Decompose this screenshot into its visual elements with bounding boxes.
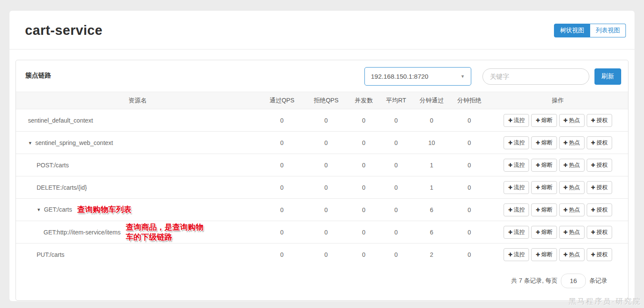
- metric-value: 6: [412, 221, 451, 243]
- add-authority-rule-button[interactable]: ✚授权: [587, 181, 612, 194]
- plus-icon: ✚: [563, 117, 568, 123]
- resource-name: sentinel_default_context: [28, 117, 93, 124]
- col-header-pass-qps: 通过QPS: [259, 92, 305, 109]
- metric-value: 0: [348, 109, 380, 132]
- plus-icon: ✚: [508, 229, 512, 235]
- plus-icon: ✚: [508, 117, 512, 123]
- col-header-minute-block: 分钟拒绝: [451, 92, 488, 109]
- metric-value: 0: [451, 221, 488, 243]
- list-view-button[interactable]: 列表视图: [590, 24, 626, 37]
- add-degrade-rule-button[interactable]: ✚熔断: [531, 136, 557, 149]
- machine-select-dropdown[interactable]: 192.168.150.1:8720 ▼: [364, 67, 471, 86]
- table-row: POST:/carts 0 0 0 0 1 0 ✚流控✚熔断✚热点✚授权: [16, 154, 628, 176]
- table-head: 资源名 通过QPS 拒绝QPS 并发数 平均RT 分钟通过 分钟拒绝 操作: [16, 92, 628, 109]
- table-row: GET:http://item-service/items查询商品，是查询购物车…: [16, 221, 628, 243]
- metric-value: 0: [259, 243, 305, 266]
- action-button-label: 热点: [569, 117, 580, 123]
- action-button-label: 熔断: [541, 206, 553, 213]
- plus-icon: ✚: [591, 162, 595, 168]
- metric-value: 0: [380, 199, 412, 221]
- add-degrade-rule-button[interactable]: ✚熔断: [531, 203, 557, 216]
- card-header: cart-service 树状视图 列表视图: [9, 11, 635, 38]
- refresh-button[interactable]: 刷新: [594, 68, 621, 85]
- action-buttons: ✚流控✚熔断✚热点✚授权: [488, 132, 628, 154]
- table-header-row: 资源名 通过QPS 拒绝QPS 并发数 平均RT 分钟通过 分钟拒绝 操作: [16, 92, 628, 109]
- action-button-label: 流控: [513, 251, 525, 258]
- add-flow-rule-button[interactable]: ✚流控: [504, 203, 529, 216]
- machine-select-value: 192.168.150.1:8720: [371, 73, 428, 80]
- resource-name-cell: ▼GET:/carts查询购物车列表: [16, 199, 259, 221]
- metric-value: 0: [380, 109, 412, 132]
- plus-icon: ✚: [563, 229, 568, 235]
- metric-value: 0: [259, 109, 305, 132]
- action-button-label: 热点: [569, 162, 580, 168]
- add-param-rule-button[interactable]: ✚热点: [559, 226, 585, 239]
- add-param-rule-button[interactable]: ✚热点: [559, 136, 585, 149]
- metric-value: 0: [348, 243, 380, 266]
- keyword-search-input[interactable]: [482, 68, 589, 85]
- tree-view-button[interactable]: 树状视图: [554, 24, 590, 37]
- watermark: 黑马程序员-研究院: [569, 296, 641, 306]
- expand-caret-icon[interactable]: ▼: [28, 141, 32, 145]
- add-param-rule-button[interactable]: ✚热点: [559, 248, 585, 261]
- add-param-rule-button[interactable]: ✚热点: [559, 203, 585, 216]
- resource-name: GET:http://item-service/items: [44, 229, 121, 236]
- action-buttons: ✚流控✚熔断✚热点✚授权: [488, 243, 628, 266]
- add-flow-rule-button[interactable]: ✚流控: [504, 181, 529, 194]
- table-footer: 共 7 条记录, 每页 条记录: [16, 266, 628, 300]
- cluster-link-table: 资源名 通过QPS 拒绝QPS 并发数 平均RT 分钟通过 分钟拒绝 操作 se…: [16, 92, 628, 266]
- col-header-avg-rt: 平均RT: [380, 92, 412, 109]
- add-degrade-rule-button[interactable]: ✚熔断: [531, 248, 557, 261]
- record-suffix-label: 条记录: [589, 277, 607, 285]
- metric-value: 0: [348, 132, 380, 154]
- table-row: ▼GET:/carts查询购物车列表 0 0 0 0 6 0 ✚流控✚熔断✚热点…: [16, 199, 628, 221]
- add-authority-rule-button[interactable]: ✚授权: [587, 159, 612, 172]
- add-authority-rule-button[interactable]: ✚授权: [587, 114, 612, 127]
- action-buttons: ✚流控✚熔断✚热点✚授权: [488, 154, 628, 176]
- plus-icon: ✚: [508, 252, 512, 258]
- resource-name: PUT:/carts: [37, 251, 65, 258]
- add-flow-rule-button[interactable]: ✚流控: [504, 136, 529, 149]
- action-buttons: ✚流控✚熔断✚热点✚授权: [488, 109, 628, 132]
- plus-icon: ✚: [563, 252, 568, 258]
- add-authority-rule-button[interactable]: ✚授权: [587, 203, 612, 216]
- add-degrade-rule-button[interactable]: ✚熔断: [531, 181, 557, 194]
- resource-name: POST:/carts: [37, 162, 69, 169]
- add-degrade-rule-button[interactable]: ✚熔断: [531, 226, 557, 239]
- add-flow-rule-button[interactable]: ✚流控: [504, 159, 529, 172]
- add-authority-rule-button[interactable]: ✚授权: [587, 226, 612, 239]
- add-authority-rule-button[interactable]: ✚授权: [587, 136, 612, 149]
- action-button-label: 热点: [569, 229, 580, 235]
- add-degrade-rule-button[interactable]: ✚熔断: [531, 159, 557, 172]
- plus-icon: ✚: [591, 185, 595, 191]
- action-button-label: 流控: [513, 229, 525, 235]
- plus-icon: ✚: [591, 207, 595, 213]
- add-authority-rule-button[interactable]: ✚授权: [587, 248, 612, 261]
- add-flow-rule-button[interactable]: ✚流控: [504, 248, 529, 261]
- metric-value: 0: [305, 176, 348, 199]
- metric-value: 0: [380, 243, 412, 266]
- add-flow-rule-button[interactable]: ✚流控: [504, 114, 529, 127]
- plus-icon: ✚: [508, 207, 512, 213]
- metric-value: 0: [305, 132, 348, 154]
- page-size-input[interactable]: [561, 274, 586, 288]
- plus-icon: ✚: [508, 162, 512, 168]
- plus-icon: ✚: [563, 162, 568, 168]
- resource-name-cell: POST:/carts: [16, 154, 259, 176]
- add-param-rule-button[interactable]: ✚热点: [559, 181, 585, 194]
- add-param-rule-button[interactable]: ✚热点: [559, 114, 585, 127]
- add-degrade-rule-button[interactable]: ✚熔断: [531, 114, 557, 127]
- add-param-rule-button[interactable]: ✚热点: [559, 159, 585, 172]
- add-flow-rule-button[interactable]: ✚流控: [504, 226, 529, 239]
- plus-icon: ✚: [591, 140, 595, 146]
- resource-name: sentinel_spring_web_context: [35, 139, 113, 146]
- annotation: 查询商品，是查询购物车的下级链路: [126, 222, 208, 242]
- action-button-label: 流控: [513, 139, 525, 146]
- action-button-label: 熔断: [541, 229, 553, 235]
- metric-value: 0: [451, 132, 488, 154]
- page-title: cart-service: [25, 23, 103, 38]
- metric-value: 6: [412, 199, 451, 221]
- metric-value: 0: [380, 132, 412, 154]
- expand-caret-icon[interactable]: ▼: [37, 207, 41, 212]
- resource-name-cell: DELETE:/carts/{id}: [16, 176, 259, 199]
